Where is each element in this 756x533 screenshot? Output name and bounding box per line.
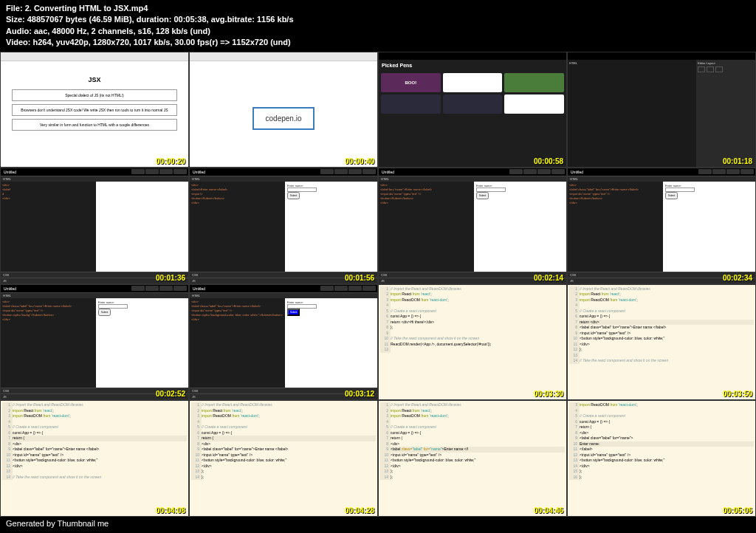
- thumb-16: 3import ReactDOM from 'react-dom'; 4 5//…: [567, 400, 756, 517]
- thumbnail-grid: JSX Special dialect of JS (its not HTML!…: [0, 52, 756, 517]
- thumb-13: 1// Import the React and ReactDOM librar…: [0, 400, 189, 517]
- thumb-3: Picked Pens BOO! 00:00:58: [378, 52, 567, 168]
- thumb-1: JSX Special dialect of JS (its not HTML!…: [0, 52, 189, 168]
- timestamp: 00:00:20: [156, 157, 185, 165]
- thumb-6: Untitled HTML <div> <label>Enter name:</…: [189, 168, 378, 284]
- thumb-15: 1// Import the React and ReactDOM librar…: [378, 400, 567, 517]
- thumb-7: Untitled HTML <div> <label for="name">En…: [378, 168, 567, 284]
- jsx-title: JSX: [12, 76, 177, 83]
- footer: Generated by Thumbnail me: [0, 517, 756, 530]
- thumb-11: 1// Import the React and ReactDOM librar…: [378, 284, 567, 401]
- codepen-logo: codepen.io: [252, 107, 315, 130]
- thumb-12: 1// Import the React and ReactDOM librar…: [567, 284, 756, 401]
- thumb-4: HTML Editor Layout 00:01:18: [567, 52, 756, 168]
- thumb-14: 1// Import the React and ReactDOM librar…: [189, 400, 378, 517]
- thumb-9: Untitled HTML <div> <label class="label"…: [0, 284, 189, 401]
- thumb-10: Untitled HTML <div> <label class="label"…: [189, 284, 378, 401]
- thumb-2: codepen.io 00:00:40: [189, 52, 378, 168]
- thumb-5: Untitled HTML <div> <label d </div> CSS …: [0, 168, 189, 284]
- metadata-header: File: 2. Converting HTML to JSX.mp4 Size…: [0, 0, 756, 52]
- thumb-8: Untitled HTML <div> <label class="label"…: [567, 168, 756, 284]
- code-panel: <div> <label d </div>: [1, 182, 96, 272]
